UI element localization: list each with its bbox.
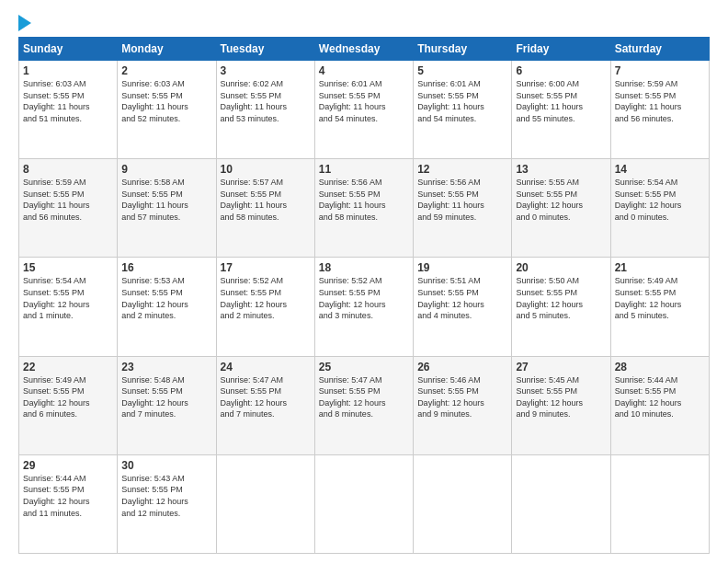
day-info: Sunrise: 6:01 AM Sunset: 5:55 PM Dayligh… (417, 78, 507, 124)
calendar-day-cell: 3Sunrise: 6:02 AM Sunset: 5:55 PM Daylig… (216, 61, 314, 159)
day-info: Sunrise: 6:01 AM Sunset: 5:55 PM Dayligh… (319, 78, 409, 124)
day-number: 24 (221, 361, 311, 373)
day-header-tuesday: Tuesday (216, 38, 314, 61)
day-number: 25 (319, 361, 409, 373)
day-number: 1 (23, 64, 113, 77)
page: SundayMondayTuesdayWednesdayThursdayFrid… (0, 0, 728, 563)
day-number: 21 (615, 261, 705, 274)
day-number: 14 (615, 163, 705, 176)
calendar-day-cell: 2Sunrise: 6:03 AM Sunset: 5:55 PM Daylig… (118, 61, 216, 159)
calendar-day-cell: 14Sunrise: 5:54 AM Sunset: 5:55 PM Dayli… (610, 159, 709, 258)
calendar-day-cell: 23Sunrise: 5:48 AM Sunset: 5:55 PM Dayli… (118, 356, 216, 454)
logo-arrow-icon (18, 15, 31, 31)
day-number: 29 (23, 459, 113, 472)
day-number: 11 (319, 163, 409, 176)
calendar-week-row: 22Sunrise: 5:49 AM Sunset: 5:55 PM Dayli… (19, 356, 710, 454)
day-number: 23 (121, 361, 211, 373)
day-number: 12 (417, 163, 507, 176)
calendar-day-cell: 5Sunrise: 6:01 AM Sunset: 5:55 PM Daylig… (414, 61, 512, 159)
day-info: Sunrise: 5:55 AM Sunset: 5:55 PM Dayligh… (516, 177, 606, 223)
calendar-day-cell: 26Sunrise: 5:46 AM Sunset: 5:55 PM Dayli… (414, 356, 512, 454)
calendar-header-row: SundayMondayTuesdayWednesdayThursdayFrid… (19, 38, 710, 61)
day-info: Sunrise: 5:49 AM Sunset: 5:55 PM Dayligh… (23, 374, 113, 420)
calendar-day-cell: 6Sunrise: 6:00 AM Sunset: 5:55 PM Daylig… (512, 61, 610, 159)
day-info: Sunrise: 5:57 AM Sunset: 5:55 PM Dayligh… (221, 177, 311, 223)
calendar-day-cell: 24Sunrise: 5:47 AM Sunset: 5:55 PM Dayli… (216, 356, 314, 454)
day-header-saturday: Saturday (610, 38, 709, 61)
day-number: 18 (319, 261, 409, 274)
day-number: 19 (417, 261, 507, 274)
calendar-week-row: 29Sunrise: 5:44 AM Sunset: 5:55 PM Dayli… (19, 454, 710, 553)
day-info: Sunrise: 5:52 AM Sunset: 5:55 PM Dayligh… (319, 275, 409, 321)
calendar-day-cell: 28Sunrise: 5:44 AM Sunset: 5:55 PM Dayli… (610, 356, 709, 454)
day-number: 9 (121, 163, 211, 176)
day-number: 7 (615, 64, 705, 77)
calendar-day-cell: 8Sunrise: 5:59 AM Sunset: 5:55 PM Daylig… (19, 159, 118, 258)
calendar-day-cell: 9Sunrise: 5:58 AM Sunset: 5:55 PM Daylig… (118, 159, 216, 258)
calendar-day-cell: 4Sunrise: 6:01 AM Sunset: 5:55 PM Daylig… (314, 61, 413, 159)
day-info: Sunrise: 5:54 AM Sunset: 5:55 PM Dayligh… (615, 177, 705, 223)
calendar-day-cell: 7Sunrise: 5:59 AM Sunset: 5:55 PM Daylig… (610, 61, 709, 159)
day-number: 22 (23, 361, 113, 373)
day-number: 27 (516, 361, 606, 373)
header (18, 15, 710, 29)
day-number: 4 (319, 64, 409, 77)
day-info: Sunrise: 5:56 AM Sunset: 5:55 PM Dayligh… (417, 177, 507, 223)
day-number: 26 (417, 361, 507, 373)
calendar-day-cell: 17Sunrise: 5:52 AM Sunset: 5:55 PM Dayli… (216, 258, 314, 356)
calendar-week-row: 8Sunrise: 5:59 AM Sunset: 5:55 PM Daylig… (19, 159, 710, 258)
day-info: Sunrise: 5:44 AM Sunset: 5:55 PM Dayligh… (23, 473, 113, 519)
day-info: Sunrise: 5:53 AM Sunset: 5:55 PM Dayligh… (121, 275, 211, 321)
calendar-day-cell: 19Sunrise: 5:51 AM Sunset: 5:55 PM Dayli… (414, 258, 512, 356)
calendar-day-cell (216, 454, 314, 553)
day-number: 15 (23, 261, 113, 274)
day-number: 10 (221, 163, 311, 176)
day-info: Sunrise: 5:56 AM Sunset: 5:55 PM Dayligh… (319, 177, 409, 223)
day-header-monday: Monday (118, 38, 216, 61)
day-info: Sunrise: 5:59 AM Sunset: 5:55 PM Dayligh… (615, 78, 705, 124)
calendar-day-cell: 30Sunrise: 5:43 AM Sunset: 5:55 PM Dayli… (118, 454, 216, 553)
logo (18, 15, 31, 29)
day-number: 13 (516, 163, 606, 176)
day-header-thursday: Thursday (414, 38, 512, 61)
day-info: Sunrise: 5:51 AM Sunset: 5:55 PM Dayligh… (417, 275, 507, 321)
day-info: Sunrise: 5:44 AM Sunset: 5:55 PM Dayligh… (615, 374, 705, 420)
day-info: Sunrise: 6:03 AM Sunset: 5:55 PM Dayligh… (121, 78, 211, 124)
calendar-day-cell: 22Sunrise: 5:49 AM Sunset: 5:55 PM Dayli… (19, 356, 118, 454)
calendar-day-cell (314, 454, 413, 553)
calendar-table: SundayMondayTuesdayWednesdayThursdayFrid… (18, 37, 710, 554)
calendar-body: 1Sunrise: 6:03 AM Sunset: 5:55 PM Daylig… (19, 61, 710, 554)
day-info: Sunrise: 5:45 AM Sunset: 5:55 PM Dayligh… (516, 374, 606, 420)
day-info: Sunrise: 5:43 AM Sunset: 5:55 PM Dayligh… (121, 473, 211, 519)
calendar-week-row: 15Sunrise: 5:54 AM Sunset: 5:55 PM Dayli… (19, 258, 710, 356)
calendar-day-cell: 29Sunrise: 5:44 AM Sunset: 5:55 PM Dayli… (19, 454, 118, 553)
calendar-day-cell: 27Sunrise: 5:45 AM Sunset: 5:55 PM Dayli… (512, 356, 610, 454)
day-header-wednesday: Wednesday (314, 38, 413, 61)
calendar-day-cell: 16Sunrise: 5:53 AM Sunset: 5:55 PM Dayli… (118, 258, 216, 356)
day-number: 3 (221, 64, 311, 77)
day-info: Sunrise: 5:58 AM Sunset: 5:55 PM Dayligh… (121, 177, 211, 223)
day-number: 30 (121, 459, 211, 472)
day-info: Sunrise: 6:03 AM Sunset: 5:55 PM Dayligh… (23, 78, 113, 124)
day-info: Sunrise: 5:47 AM Sunset: 5:55 PM Dayligh… (319, 374, 409, 420)
calendar-week-row: 1Sunrise: 6:03 AM Sunset: 5:55 PM Daylig… (19, 61, 710, 159)
calendar-day-cell: 11Sunrise: 5:56 AM Sunset: 5:55 PM Dayli… (314, 159, 413, 258)
day-header-friday: Friday (512, 38, 610, 61)
day-info: Sunrise: 5:48 AM Sunset: 5:55 PM Dayligh… (121, 374, 211, 420)
calendar-day-cell: 10Sunrise: 5:57 AM Sunset: 5:55 PM Dayli… (216, 159, 314, 258)
calendar-day-cell (512, 454, 610, 553)
calendar-day-cell: 18Sunrise: 5:52 AM Sunset: 5:55 PM Dayli… (314, 258, 413, 356)
calendar-day-cell: 25Sunrise: 5:47 AM Sunset: 5:55 PM Dayli… (314, 356, 413, 454)
day-number: 6 (516, 64, 606, 77)
day-info: Sunrise: 5:49 AM Sunset: 5:55 PM Dayligh… (615, 275, 705, 321)
day-info: Sunrise: 5:46 AM Sunset: 5:55 PM Dayligh… (417, 374, 507, 420)
day-number: 2 (121, 64, 211, 77)
day-info: Sunrise: 6:02 AM Sunset: 5:55 PM Dayligh… (221, 78, 311, 124)
day-info: Sunrise: 5:59 AM Sunset: 5:55 PM Dayligh… (23, 177, 113, 223)
calendar-day-cell: 13Sunrise: 5:55 AM Sunset: 5:55 PM Dayli… (512, 159, 610, 258)
calendar-day-cell (414, 454, 512, 553)
day-number: 20 (516, 261, 606, 274)
day-info: Sunrise: 6:00 AM Sunset: 5:55 PM Dayligh… (516, 78, 606, 124)
day-number: 16 (121, 261, 211, 274)
calendar-day-cell: 15Sunrise: 5:54 AM Sunset: 5:55 PM Dayli… (19, 258, 118, 356)
